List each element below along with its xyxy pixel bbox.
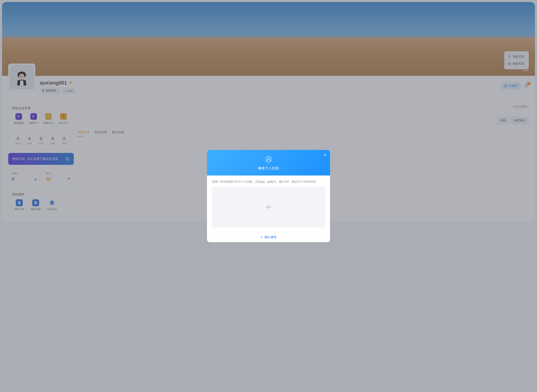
modal-header: ✕ 修改个人封面 xyxy=(207,150,330,176)
modal-overlay[interactable]: ✕ 修改个人封面 选择一张深色图片作为个人封面，支持jpg、gif格式，最大2M… xyxy=(0,0,537,223)
modal-title: 修改个人封面 xyxy=(211,166,326,171)
modal-body: 选择一张深色图片作为个人封面，支持jpg、gif格式，最大2M，建议尺寸1000… xyxy=(207,176,330,223)
upload-dropzone[interactable]: + xyxy=(212,187,325,223)
plus-icon: + xyxy=(265,200,272,214)
svg-marker-35 xyxy=(266,156,271,162)
change-cover-modal: ✕ 修改个人封面 选择一张深色图片作为个人封面，支持jpg、gif格式，最大2M… xyxy=(207,150,330,223)
modal-hint: 选择一张深色图片作为个人封面，支持jpg、gif格式，最大2M，建议尺寸1000… xyxy=(212,180,325,184)
close-icon[interactable]: ✕ xyxy=(324,153,327,157)
svg-point-36 xyxy=(268,158,269,160)
user-hex-icon xyxy=(265,156,272,163)
